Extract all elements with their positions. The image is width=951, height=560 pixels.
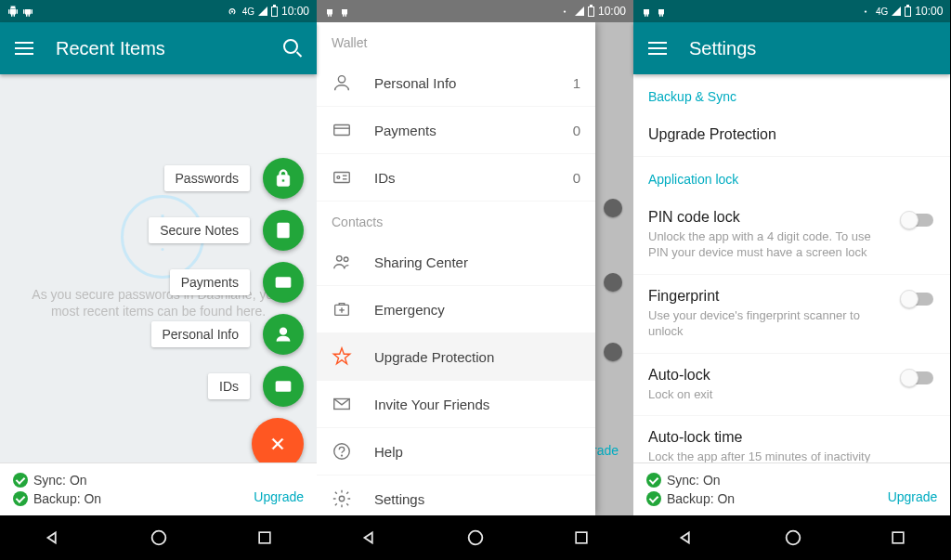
page-title: Settings — [689, 38, 935, 59]
sync-status: Sync: On — [13, 473, 101, 488]
gear-icon — [332, 488, 352, 509]
menu-icon[interactable] — [15, 42, 33, 55]
drawer-item-settings[interactable]: Settings — [317, 475, 595, 515]
sync-status-bar: Sync: On Backup: On Upgrade — [633, 462, 950, 515]
nav-bar — [633, 515, 950, 560]
recents-button[interactable] — [889, 528, 907, 547]
upgrade-link[interactable]: Upgrade — [888, 489, 938, 504]
home-button[interactable] — [149, 527, 169, 548]
person-icon — [332, 72, 352, 93]
svg-point-15 — [337, 176, 340, 179]
drawer-item-help[interactable]: Help — [317, 428, 595, 475]
svg-rect-12 — [334, 125, 350, 136]
fab-payments[interactable]: Payments — [170, 262, 304, 303]
search-icon[interactable] — [283, 39, 302, 58]
back-button[interactable] — [676, 527, 697, 548]
star-icon — [332, 346, 352, 367]
menu-icon[interactable] — [648, 42, 667, 55]
app-bar: Settings — [633, 22, 950, 74]
screen-settings: 4G 10:00 Settings Backup & Sync Upgrade … — [633, 0, 950, 560]
person-icon — [263, 314, 304, 355]
card-icon — [332, 120, 352, 140]
help-icon — [332, 441, 352, 462]
recents-button[interactable] — [255, 528, 274, 547]
id-icon — [332, 167, 352, 188]
svg-rect-28 — [576, 532, 587, 543]
check-icon — [646, 491, 661, 506]
home-button[interactable] — [465, 527, 486, 548]
fab-menu: Passwords Secure Notes Payments Personal… — [149, 158, 304, 462]
nav-drawer: Wallet Personal Info 1 Payments 0 IDs 0 … — [317, 22, 595, 515]
nav-bar — [317, 515, 633, 560]
back-button[interactable] — [43, 527, 63, 548]
card-icon — [263, 262, 304, 303]
svg-point-26 — [339, 496, 345, 501]
fab-personal-info[interactable]: Personal Info — [151, 314, 305, 355]
fab-label: Secure Notes — [149, 217, 250, 243]
setting-fingerprint[interactable]: Fingerprint Use your device's fingerprin… — [633, 275, 950, 354]
drawer-item-emergency[interactable]: Emergency — [317, 286, 595, 333]
fab-label: Passwords — [164, 165, 250, 191]
fab-passwords[interactable]: Passwords — [164, 158, 304, 199]
fab-ids[interactable]: IDs — [208, 366, 304, 407]
section-header-applock: Application lock — [633, 157, 950, 196]
fab-secure-notes[interactable]: Secure Notes — [149, 210, 304, 251]
settings-list: Backup & Sync Upgrade Protection Applica… — [633, 74, 950, 462]
network-label: 4G — [876, 7, 888, 17]
content-area: Backup & Sync Upgrade Protection Applica… — [633, 74, 950, 462]
drawer-item-personal-info[interactable]: Personal Info 1 — [317, 59, 595, 107]
content-area: pgrade Wallet Personal Info 1 Payments 0… — [317, 22, 633, 515]
svg-point-25 — [342, 455, 343, 456]
android-icon — [656, 6, 667, 17]
svg-point-4 — [280, 328, 287, 334]
back-button[interactable] — [359, 527, 380, 548]
screen-recent-items: 4G 10:00 Recent Items As you secure pass… — [0, 0, 317, 560]
drawer-item-payments[interactable]: Payments 0 — [317, 107, 595, 154]
fab-label: Payments — [170, 269, 250, 295]
battery-icon — [271, 7, 278, 17]
setting-auto-lock-time[interactable]: Auto-lock time Lock the app after 15 min… — [633, 416, 950, 462]
status-bar: 4G 10:00 — [633, 0, 950, 22]
recents-button[interactable] — [572, 528, 591, 547]
clock: 10:00 — [598, 5, 626, 18]
svg-point-27 — [469, 531, 483, 545]
network-label: 4G — [242, 7, 254, 17]
drawer-item-ids[interactable]: IDs 0 — [317, 154, 595, 202]
emergency-icon — [332, 299, 352, 319]
toggle-switch[interactable] — [900, 290, 935, 308]
drawer-item-sharing[interactable]: Sharing Center — [317, 239, 595, 286]
setting-upgrade-protection[interactable]: Upgrade Protection — [633, 113, 950, 157]
hotspot-icon — [558, 5, 571, 18]
battery-icon — [588, 7, 594, 17]
backup-status: Backup: On — [13, 491, 101, 506]
toggle-switch[interactable] — [900, 369, 935, 387]
check-icon — [13, 491, 28, 506]
sync-status-bar: Sync: On Backup: On Upgrade — [0, 462, 317, 515]
fab-close[interactable] — [252, 418, 304, 462]
hotspot-icon — [859, 5, 872, 18]
battery-icon — [905, 7, 911, 17]
drawer-item-upgrade[interactable]: Upgrade Protection — [317, 333, 595, 381]
app-bar: Recent Items — [0, 22, 317, 74]
drawer-item-invite[interactable]: Invite Your Friends — [317, 381, 595, 428]
hotspot-icon — [226, 5, 239, 18]
check-icon — [646, 473, 661, 488]
nav-bar — [0, 515, 317, 560]
status-bar: 4G 10:00 — [0, 0, 317, 22]
drawer-section-wallet: Wallet — [317, 22, 595, 59]
screen-drawer: 10:00 pgrade Wallet Personal Info 1 Paym… — [317, 0, 633, 560]
toggle-switch[interactable] — [900, 211, 935, 229]
backup-status: Backup: On — [646, 491, 735, 506]
setting-auto-lock[interactable]: Auto-lock Lock on exit — [633, 354, 950, 417]
lock-icon — [263, 158, 304, 199]
svg-point-6 — [280, 384, 282, 387]
drawer-section-contacts: Contacts — [317, 202, 595, 239]
fab-label: IDs — [208, 373, 250, 399]
upgrade-link[interactable]: Upgrade — [254, 489, 304, 504]
setting-pin-lock[interactable]: PIN code lock Unlock the app with a 4 di… — [633, 196, 950, 275]
status-bar: 10:00 — [317, 0, 633, 22]
home-button[interactable] — [783, 527, 803, 548]
android-icon — [339, 6, 350, 17]
svg-rect-2 — [277, 278, 291, 287]
android-icon — [22, 6, 33, 17]
